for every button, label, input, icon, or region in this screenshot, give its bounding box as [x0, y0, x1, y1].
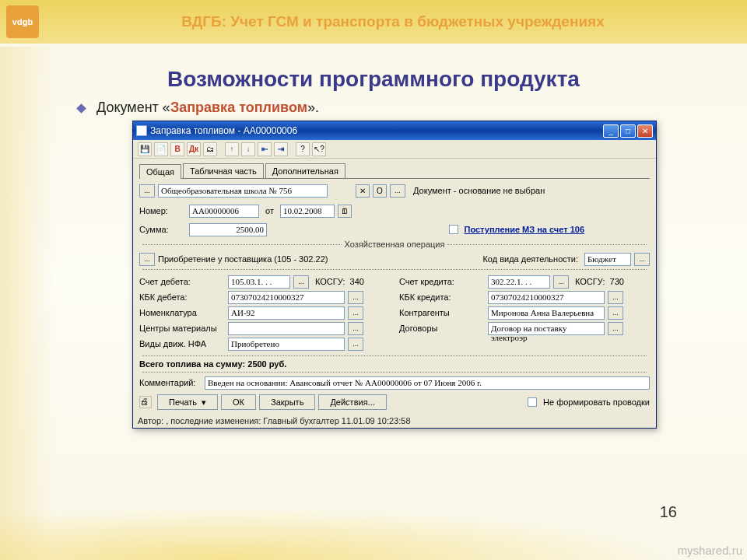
toolbar-copy-icon[interactable]: 📄 [154, 142, 168, 156]
operation-select-button[interactable]: ... [139, 253, 155, 266]
nfa-move-field[interactable]: Приобретено [228, 338, 345, 351]
counterparty-label: Контрагенты [399, 308, 485, 317]
mz-checkbox-label[interactable]: Поступление МЗ на счет 106 [465, 225, 584, 234]
basis-select-button[interactable]: ... [390, 184, 405, 198]
credit-kbk-label: КБК кредита: [399, 292, 485, 302]
window-title: Заправка топливом - АА00000006 [150, 125, 603, 136]
slide-header: vdgb ВДГБ: Учет ГСМ и транспорта в бюдже… [0, 0, 747, 44]
logo: vdgb [6, 5, 39, 38]
app-window: Заправка топливом - АА00000006 _ □ ✕ 💾 📄… [132, 121, 657, 429]
debit-kbk-field[interactable]: 07307024210000327 [228, 291, 345, 304]
sum-label: Сумма: [139, 225, 186, 234]
page-number: 16 [660, 503, 677, 521]
materials-center-field[interactable] [228, 322, 345, 335]
credit-account-button[interactable]: ... [553, 275, 569, 289]
credit-account-label: Счет кредита: [399, 277, 485, 286]
contracts-label: Договоры [399, 324, 485, 333]
toolbar-pointer-icon[interactable]: ↖? [312, 142, 326, 156]
o-button[interactable]: O [373, 184, 387, 198]
bullet-icon [76, 103, 86, 114]
kvd-field[interactable]: Бюджет [584, 253, 631, 266]
credit-kosgu-label: КОСГУ: [575, 277, 605, 286]
no-posting-checkbox[interactable] [528, 397, 537, 407]
debit-account-field[interactable]: 105.03.1. . . [228, 275, 290, 289]
actions-button[interactable]: Действия... [318, 394, 386, 410]
subtitle-prefix: Документ « [96, 100, 170, 115]
from-label: от [265, 206, 274, 215]
debit-kbk-button[interactable]: ... [348, 291, 363, 304]
credit-kosgu-value: 730 [610, 277, 624, 286]
x-button[interactable]: ✕ [356, 184, 370, 198]
group-operation-title: Хозяйственная операция [345, 240, 445, 249]
nfa-move-button[interactable]: ... [348, 338, 363, 351]
counterparty-button[interactable]: ... [608, 306, 623, 320]
tabs: Общая Табличная часть Дополнительная [139, 163, 650, 179]
materials-center-label: Центры материалы [139, 324, 225, 333]
comment-label: Комментарий: [139, 378, 202, 387]
print-button[interactable]: Печать ▾ [157, 394, 218, 410]
materials-center-button[interactable]: ... [348, 322, 363, 335]
basis-text: Документ - основание не выбран [413, 186, 545, 195]
counterparty-field[interactable]: Миронова Анна Валерьевна [488, 306, 605, 320]
subtitle-suffix: ». [307, 100, 319, 115]
close-button[interactable]: ✕ [637, 124, 653, 138]
tab-table[interactable]: Табличная часть [183, 163, 264, 178]
debit-account-button[interactable]: ... [293, 275, 309, 289]
number-field[interactable]: АА00000006 [189, 205, 259, 218]
tab-general[interactable]: Общая [139, 164, 181, 179]
titlebar: Заправка топливом - АА00000006 _ □ ✕ [133, 121, 656, 140]
slide-title: Возможности программного продукта [0, 67, 747, 92]
calendar-icon[interactable]: 🗓 [338, 205, 352, 218]
credit-kbk-button[interactable]: ... [608, 291, 623, 304]
slide-subtitle: Документ «Заправка топливом». [78, 100, 747, 116]
number-label: Номер: [139, 206, 186, 215]
sum-field[interactable]: 2500.00 [189, 223, 267, 236]
close-form-button[interactable]: Закрыть [259, 394, 315, 410]
mz-checkbox[interactable] [449, 225, 458, 234]
credit-account-field[interactable]: 302.22.1. . . [488, 275, 550, 289]
toolbar-bold-icon[interactable]: B [170, 142, 184, 156]
operation-desc: Приобретение у поставщика (105 - 302.22) [158, 254, 328, 264]
toolbar-first-icon[interactable]: ⇤ [258, 142, 272, 156]
tab-additional[interactable]: Дополнительная [265, 163, 345, 178]
total-fuel: Всего топлива на сумму: 2500 руб. [139, 359, 650, 369]
org-select-button[interactable]: ... [139, 184, 155, 198]
toolbar-last-icon[interactable]: ⇥ [274, 142, 288, 156]
minimize-button[interactable]: _ [603, 124, 619, 138]
no-posting-label: Не формировать проводки [543, 397, 650, 407]
subtitle-accent: Заправка топливом [170, 100, 307, 115]
nfa-move-label: Виды движ. НФА [139, 339, 225, 348]
nomenclature-label: Номенклатура [139, 308, 225, 317]
contracts-field[interactable]: Договор на поставку электроэр [488, 322, 605, 335]
nomenclature-button[interactable]: ... [348, 306, 363, 320]
toolbar-help-icon[interactable]: ? [296, 142, 310, 156]
debit-kbk-label: КБК дебета: [139, 292, 225, 302]
watermark: myshared.ru [678, 544, 742, 557]
debit-kosgu-value: 340 [350, 277, 364, 286]
toolbar: 💾 📄 B Дк 🗂 ↑ ↓ ⇤ ⇥ ? ↖? [133, 140, 656, 159]
contracts-button[interactable]: ... [608, 322, 623, 335]
document-icon [136, 125, 147, 136]
toolbar-tree-icon[interactable]: 🗂 [203, 142, 217, 156]
ok-button[interactable]: ОК [221, 394, 256, 410]
comment-field[interactable]: Введен на основании: Авансовый отчет № А… [205, 376, 650, 390]
header-title: ВДГБ: Учет ГСМ и транспорта в бюджетных … [39, 13, 747, 30]
toolbar-up-icon[interactable]: ↑ [225, 142, 239, 156]
nomenclature-field[interactable]: АИ-92 [228, 306, 345, 320]
toolbar-down-icon[interactable]: ↓ [241, 142, 255, 156]
date-field[interactable]: 10.02.2008 [280, 205, 335, 218]
toolbar-dk-icon[interactable]: Дк [187, 142, 201, 156]
debit-kosgu-label: КОСГУ: [315, 277, 345, 286]
debit-account-label: Счет дебета: [139, 277, 225, 286]
credit-kbk-field[interactable]: 07307024210000327 [488, 291, 605, 304]
status-line: Автор: , последние изменения: Главный бу… [133, 414, 656, 428]
kvd-select-button[interactable]: ... [634, 253, 650, 266]
print-icon: 🖨 [139, 396, 152, 408]
org-field[interactable]: Общеобразовательная школа № 756 [158, 184, 328, 198]
toolbar-save-icon[interactable]: 💾 [138, 142, 152, 156]
kvd-label: Код вида деятельности: [482, 254, 578, 264]
maximize-button[interactable]: □ [620, 124, 636, 138]
